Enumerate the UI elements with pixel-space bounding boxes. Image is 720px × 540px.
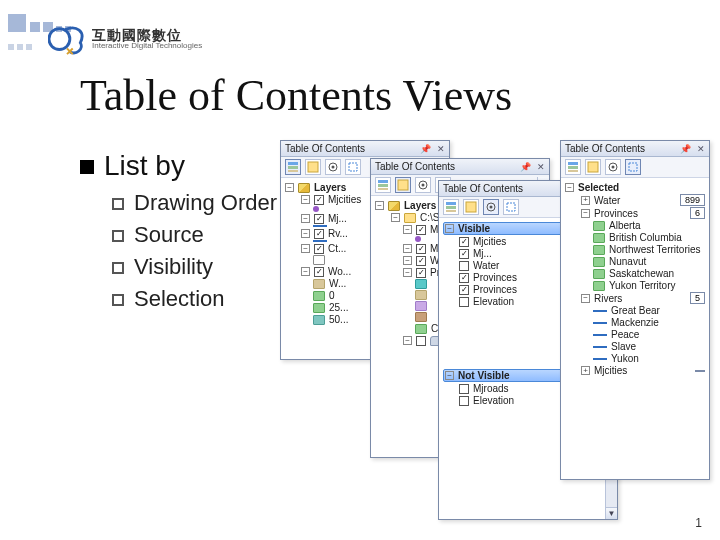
tool-visibility[interactable] — [483, 199, 499, 215]
collapse-icon[interactable]: − — [285, 183, 294, 192]
collapse-icon[interactable]: − — [403, 268, 412, 277]
layer-label[interactable]: Mjcities — [594, 365, 627, 376]
panel-body: −Selected +Water899 −Provinces6 Alberta … — [561, 178, 709, 380]
checkbox[interactable]: ✓ — [459, 249, 469, 259]
panel-titlebar[interactable]: Table Of Contents 📌✕ — [561, 141, 709, 157]
feature-label[interactable]: Northwest Territories — [609, 244, 701, 255]
layer-label[interactable]: Water — [473, 260, 499, 271]
tool-visibility[interactable] — [325, 159, 341, 175]
layer-label[interactable]: Rivers — [594, 293, 622, 304]
checkbox[interactable]: ✓ — [459, 237, 469, 247]
feature-label[interactable]: Peace — [611, 329, 639, 340]
tool-drawing-order[interactable] — [285, 159, 301, 175]
collapse-icon[interactable]: − — [581, 209, 590, 218]
checkbox[interactable]: ✓ — [459, 273, 469, 283]
collapse-icon[interactable]: − — [301, 244, 310, 253]
layer-label[interactable]: Wo... — [328, 266, 351, 277]
layer-label[interactable]: Provinces — [594, 208, 638, 219]
collapse-icon[interactable]: + — [581, 366, 590, 375]
tool-drawing-order[interactable] — [375, 177, 391, 193]
checkbox[interactable]: ✓ — [459, 285, 469, 295]
collapse-icon[interactable]: − — [391, 213, 400, 222]
layer-label[interactable]: Mjcities — [473, 236, 506, 247]
checkbox[interactable]: ✓ — [416, 256, 426, 266]
tool-drawing-order[interactable] — [443, 199, 459, 215]
collapse-icon[interactable]: − — [565, 183, 574, 192]
tool-visibility[interactable] — [415, 177, 431, 193]
checkbox[interactable] — [459, 297, 469, 307]
feature-label[interactable]: Nunavut — [609, 256, 646, 267]
checkbox[interactable] — [416, 336, 426, 346]
collapse-icon[interactable]: + — [581, 196, 590, 205]
collapse-icon[interactable]: − — [301, 214, 310, 223]
close-icon[interactable]: ✕ — [697, 144, 705, 154]
feature-label[interactable]: Alberta — [609, 220, 641, 231]
layer-label[interactable]: Rv... — [328, 228, 348, 239]
collapse-icon[interactable]: − — [301, 267, 310, 276]
root-label[interactable]: Layers — [404, 200, 436, 211]
collapse-icon[interactable]: − — [445, 224, 454, 233]
collapse-icon[interactable]: − — [403, 225, 412, 234]
feature-label[interactable]: Saskatchewan — [609, 268, 674, 279]
checkbox[interactable]: ✓ — [314, 244, 324, 254]
checkbox[interactable] — [459, 261, 469, 271]
layer-label[interactable]: Provinces — [473, 272, 517, 283]
layer-label[interactable]: Mjroads — [473, 383, 509, 394]
layer-label[interactable]: Mj... — [473, 248, 492, 259]
tool-selection[interactable] — [625, 159, 641, 175]
collapse-icon[interactable]: − — [403, 244, 412, 253]
pin-icon[interactable]: 📌 — [680, 144, 691, 154]
layer-label[interactable]: Elevation — [473, 296, 514, 307]
close-icon[interactable]: ✕ — [437, 144, 445, 154]
checkbox[interactable]: ✓ — [314, 214, 324, 224]
group-selected[interactable]: Selected — [578, 182, 619, 193]
group-notvisible[interactable]: Not Visible — [458, 370, 510, 381]
root-label[interactable]: Layers — [314, 182, 346, 193]
checkbox[interactable] — [459, 384, 469, 394]
pin-icon[interactable]: 📌 — [520, 162, 531, 172]
tool-source[interactable] — [585, 159, 601, 175]
checkbox[interactable]: ✓ — [416, 225, 426, 235]
collapse-icon[interactable]: − — [375, 201, 384, 210]
sub-bullet-2: Visibility — [112, 254, 277, 280]
feature-label[interactable]: British Columbia — [609, 232, 682, 243]
layer-label[interactable]: Ct... — [328, 243, 346, 254]
layer-label: 50... — [329, 314, 348, 325]
checkbox[interactable]: ✓ — [416, 244, 426, 254]
feature-label[interactable]: Yukon Territory — [609, 280, 676, 291]
collapse-icon[interactable]: − — [301, 195, 310, 204]
checkbox[interactable]: ✓ — [314, 195, 324, 205]
collapse-icon[interactable]: − — [403, 336, 412, 345]
feature-label[interactable]: Slave — [611, 341, 636, 352]
layer-label[interactable]: Mj... — [328, 213, 347, 224]
layer-label: 25... — [329, 302, 348, 313]
panel-titlebar[interactable]: Table Of Contents 📌✕ — [371, 159, 549, 175]
layer-label[interactable]: Provinces — [473, 284, 517, 295]
tool-visibility[interactable] — [605, 159, 621, 175]
tool-source[interactable] — [395, 177, 411, 193]
collapse-icon[interactable]: − — [301, 229, 310, 238]
checkbox[interactable]: ✓ — [416, 268, 426, 278]
checkbox[interactable]: ✓ — [314, 267, 324, 277]
tool-source[interactable] — [463, 199, 479, 215]
checkbox[interactable]: ✓ — [314, 229, 324, 239]
collapse-icon[interactable]: − — [445, 371, 454, 380]
layer-label[interactable]: Elevation — [473, 395, 514, 406]
feature-label[interactable]: Great Bear — [611, 305, 660, 316]
feature-label[interactable]: Mackenzie — [611, 317, 659, 328]
pin-icon[interactable]: 📌 — [420, 144, 431, 154]
panel-titlebar[interactable]: Table Of Contents 📌 ✕ — [281, 141, 449, 157]
tool-selection[interactable] — [345, 159, 361, 175]
checkbox[interactable] — [459, 396, 469, 406]
feature-label[interactable]: Yukon — [611, 353, 639, 364]
tool-source[interactable] — [305, 159, 321, 175]
tool-drawing-order[interactable] — [565, 159, 581, 175]
collapse-icon[interactable]: − — [581, 294, 590, 303]
tool-selection[interactable] — [503, 199, 519, 215]
layer-label[interactable]: Mjcities — [328, 194, 361, 205]
close-icon[interactable]: ✕ — [537, 162, 545, 172]
scroll-down-icon[interactable]: ▼ — [606, 507, 617, 519]
layer-label[interactable]: Water — [594, 195, 620, 206]
collapse-icon[interactable]: − — [403, 256, 412, 265]
group-visible[interactable]: Visible — [458, 223, 490, 234]
